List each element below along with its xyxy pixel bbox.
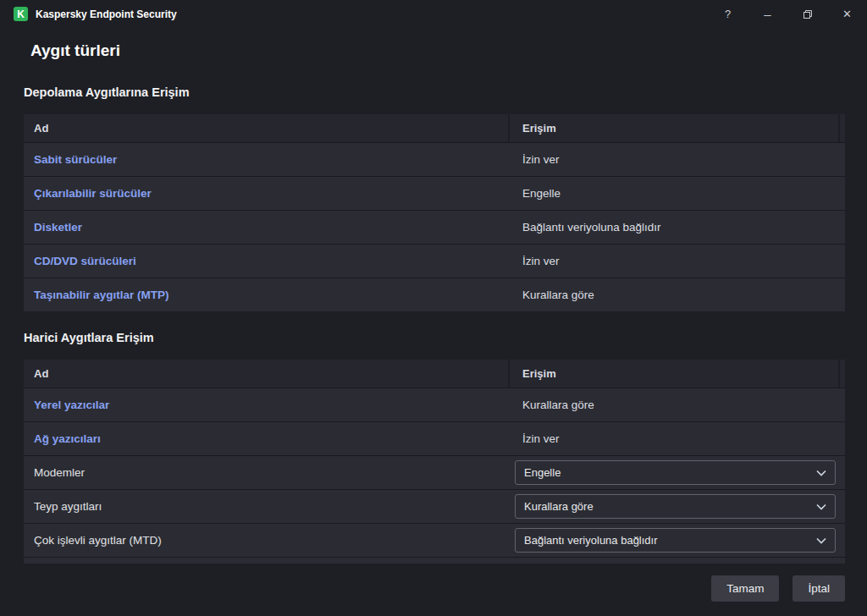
access-value: İzin ver <box>522 255 560 267</box>
access-select-value: Kurallara göre <box>524 500 594 513</box>
kaspersky-logo-icon: K <box>14 7 28 21</box>
scrollbar-gutter <box>838 360 845 388</box>
access-select-value: Bağlantı veriyoluna bağlıdır <box>524 534 658 547</box>
table-row: Çıkarılabilir sürücülerEngelle <box>24 176 845 210</box>
access-value: Bağlantı veriyoluna bağlıdır <box>522 221 661 234</box>
clipped-row <box>24 557 845 564</box>
chevron-down-icon <box>816 470 826 476</box>
close-button[interactable]: ✕ <box>827 0 867 28</box>
column-header-access: Erişim <box>510 360 838 388</box>
cancel-button[interactable]: İptal <box>792 575 845 602</box>
storage-devices-section: Depolama Aygıtlarına Erişim Ad Erişim Sa… <box>24 85 845 311</box>
ok-button[interactable]: Tamam <box>711 575 779 602</box>
table-body: Sabit sürücülerİzin verÇıkarılabilir sür… <box>24 142 845 311</box>
table-row: DisketlerBağlantı veriyoluna bağlıdır <box>24 210 845 244</box>
storage-devices-table: Ad Erişim Sabit sürücülerİzin verÇıkarıl… <box>24 114 845 311</box>
device-type-link[interactable]: Taşınabilir aygıtlar (MTP) <box>34 289 169 301</box>
column-header-access: Erişim <box>510 114 838 142</box>
table-header: Ad Erişim <box>24 360 845 388</box>
access-select-value: Engelle <box>524 466 561 479</box>
scrollbar-gutter <box>838 114 845 142</box>
table-row: CD/DVD sürücüleriİzin ver <box>24 244 845 278</box>
minimize-button[interactable]: – <box>748 0 787 28</box>
restore-button[interactable] <box>787 0 827 28</box>
page-title: Aygıt türleri <box>30 41 845 60</box>
access-select[interactable]: Bağlantı veriyoluna bağlıdır <box>515 528 836 553</box>
device-type-label: Teyp aygıtları <box>34 500 102 513</box>
restore-icon <box>803 9 813 19</box>
access-value: İzin ver <box>522 153 560 166</box>
window-titlebar: K Kaspersky Endpoint Security ? – ✕ <box>0 0 867 28</box>
chevron-down-icon <box>816 537 826 544</box>
access-value: Kurallara göre <box>522 399 594 411</box>
access-select[interactable]: Engelle <box>515 460 836 485</box>
window-title: Kaspersky Endpoint Security <box>36 8 177 20</box>
device-type-label: Modemler <box>34 466 85 479</box>
table-row: ModemlerEngelle <box>24 455 845 489</box>
main-content: Aygıt türleri Depolama Aygıtlarına Erişi… <box>0 41 867 602</box>
access-value: İzin ver <box>522 432 560 445</box>
app-window: K Kaspersky Endpoint Security ? – ✕ Aygı… <box>0 0 867 602</box>
table-row: Taşınabilir aygıtlar (MTP)Kurallara göre <box>24 278 845 311</box>
table-body: Yerel yazıcılarKurallara göreAğ yazıcıla… <box>24 388 845 557</box>
table-header: Ad Erişim <box>24 114 845 142</box>
section-heading-external: Harici Aygıtlara Erişim <box>24 331 845 345</box>
device-type-link[interactable]: CD/DVD sürücüleri <box>34 255 136 267</box>
chevron-down-icon <box>816 503 826 510</box>
table-row: Sabit sürücülerİzin ver <box>24 142 845 176</box>
table-row: Yerel yazıcılarKurallara göre <box>24 388 845 421</box>
access-value: Engelle <box>522 187 561 200</box>
external-devices-table: Ad Erişim Yerel yazıcılarKurallara göreA… <box>24 360 845 564</box>
table-row: Teyp aygıtlarıKurallara göre <box>24 489 845 523</box>
dialog-footer: Tamam İptal <box>24 575 845 602</box>
device-type-link[interactable]: Çıkarılabilir sürücüler <box>34 187 152 200</box>
table-row: Çok işlevli aygıtlar (MTD)Bağlantı veriy… <box>24 523 845 557</box>
access-value: Kurallara göre <box>522 289 594 301</box>
window-controls: ? – ✕ <box>708 0 867 28</box>
device-type-link[interactable]: Yerel yazıcılar <box>34 399 109 411</box>
device-type-link[interactable]: Sabit sürücüler <box>34 153 117 166</box>
device-type-link[interactable]: Ağ yazıcıları <box>34 432 101 445</box>
external-devices-section: Harici Aygıtlara Erişim Ad Erişim Yerel … <box>24 331 845 564</box>
section-heading-storage: Depolama Aygıtlarına Erişim <box>24 85 845 100</box>
help-button[interactable]: ? <box>708 0 748 28</box>
column-header-name: Ad <box>24 360 510 388</box>
device-type-link[interactable]: Disketler <box>34 221 82 234</box>
access-select[interactable]: Kurallara göre <box>515 494 836 519</box>
table-row: Ağ yazıcılarıİzin ver <box>24 421 845 455</box>
device-type-label: Çok işlevli aygıtlar (MTD) <box>34 534 162 547</box>
column-header-name: Ad <box>24 114 510 142</box>
